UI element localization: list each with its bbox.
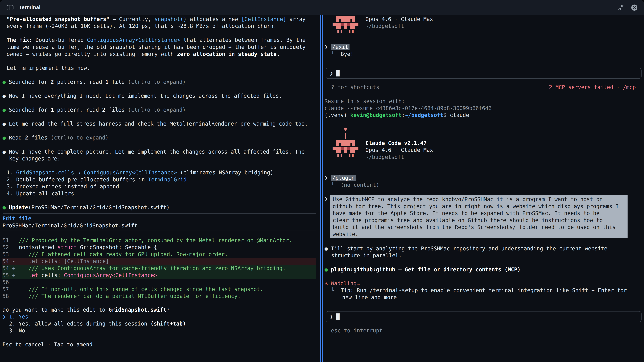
slash-command-line: ❯/plugin [324, 174, 644, 181]
prompt-caret-icon: ❯ [324, 44, 328, 50]
selection-caret-icon: ❯ [2, 314, 6, 320]
assistant-text-line: every frame (~240KB at 10K cells). At 12… [2, 22, 320, 29]
tip-line: └ Tip: Run /terminal-setup to enable con… [324, 287, 644, 294]
tool-summary-line[interactable]: ● Searched for 2 patterns, read 1 file (… [2, 78, 320, 85]
claude-code-banner: ✻ │ ▐▛███▜▌ ▝▜█▀█▀█▛▘ ▘▘ ▝▝ Claude Code … [324, 126, 644, 160]
split-panes: "Pre-allocated snapshot buffers" — Curre… [0, 15, 644, 362]
app-version-label: Claude Code v2.1.47 [366, 139, 433, 146]
slash-command-line: ❯/exit [324, 43, 644, 50]
edit-file-path: ProSSHMac/Terminal/Grid/GridSnapshot.swi… [2, 222, 320, 229]
slash-command-plugin: /plugin [331, 175, 356, 181]
user-message[interactable]: ❯ Use GithubMCP to analyze the repo khpb… [324, 195, 644, 238]
numbered-list-item: 3. Indexed writes instead of append [2, 183, 320, 190]
shortcuts-hint: ? for shortcuts [324, 84, 379, 91]
slash-command-exit: /exit [331, 44, 350, 50]
bullet-icon: ● [2, 204, 6, 211]
diff-line-context: 51/// Produced by the TerminalGrid actor… [2, 237, 316, 244]
prompt-input[interactable]: ❯█ [330, 70, 641, 77]
claude-session-header: ▐▛███▜▌ ▝▜█▀█▀█▛▘ ▘▘ ▝▝ Opus 4.6 · Claud… [324, 16, 644, 37]
resume-command: claude --resume c4386e3c-017e-4684-89d8-… [324, 105, 644, 112]
cwd-label: ~/budgetsoft [366, 154, 433, 161]
spinner-icon: ✻ Waddling… [324, 280, 360, 287]
model-label: Opus 4.6 · Claude Max [366, 146, 433, 154]
tool-call-line: ● plugin:github:github — Get file or dir… [324, 266, 644, 273]
elbow-icon: └ [331, 287, 334, 294]
claude-input-box[interactable]: ❯█ [326, 68, 642, 79]
claude-logo: ▐▛███▜▌ ▝▜█▀█▀█▛▘ ▘▘ ▝▝ [331, 16, 361, 37]
mcp-status[interactable]: 2 MCP servers failed · /mcp [549, 84, 636, 91]
assistant-bullet-line: ● Now I have the complete picture. Let m… [2, 148, 320, 155]
bullet-icon: ● [2, 149, 6, 155]
edit-box-divider [3, 231, 316, 231]
numbered-list-item: 1. GridSnapshot.cells → ContiguousArray<… [2, 169, 320, 176]
diff-line-added: 55 + let cells: ContiguousArray<CellInst… [2, 272, 316, 279]
command-output-line: └ (no content) [324, 181, 644, 188]
command-output-line: └ Bye! [324, 50, 644, 57]
shell-prompt-line: (.venv) kevin@budgetsoft:~/budgetsoft$ c… [324, 112, 644, 119]
screen: Terminal "Pre-allocated snapshot buffers… [0, 0, 644, 362]
text-cursor: █ [336, 314, 340, 320]
bullet-icon: ● [324, 266, 328, 273]
confirm-footer-hint: Esc to cancel · Tab to amend [2, 341, 320, 348]
terminal-pane-left[interactable]: "Pre-allocated snapshot buffers" — Curre… [0, 15, 321, 362]
assistant-bullet-line: ● Let me read the full stress harness an… [2, 120, 320, 127]
selected-text-block[interactable]: Use GithubMCP to analyze the repo khpbvo… [330, 195, 628, 238]
spinner-line: ✻ Waddling… [324, 280, 644, 287]
confirm-option-yes-all[interactable]: 2. Yes, allow all edits during this sess… [2, 320, 320, 327]
tool-summary-line[interactable]: ● Searched for 1 pattern, read 2 files (… [2, 106, 320, 113]
bullet-icon: ● [324, 246, 328, 252]
confirm-option-yes[interactable]: ❯1. Yes [2, 313, 320, 320]
prompt-caret-icon: ❯ [330, 314, 333, 320]
diff-line-context: 57 /// If non-nil, only this range of ce… [2, 286, 316, 293]
elbow-icon: └ [331, 51, 334, 57]
mcp-command-link: /mcp [623, 84, 636, 90]
model-label: Opus 4.6 · Claude Max [366, 16, 433, 23]
collapse-window-icon[interactable] [617, 3, 625, 11]
cwd-label: ~/budgetsoft [366, 22, 433, 29]
pane-divider[interactable] [321, 15, 322, 362]
assistant-bullet-line: ● Now I have everything I need. Let me i… [2, 92, 320, 99]
prompt-caret-icon: ❯ [324, 175, 328, 181]
confirm-option-no[interactable]: 3. No [2, 327, 320, 334]
tip-line: new line and more [324, 294, 644, 301]
assistant-text-line: structure in parallel. [324, 252, 644, 259]
numbered-list-item: 4. Update all callers [2, 190, 320, 197]
diff-line-context: 52nonisolated struct GridSnapshot: Senda… [2, 244, 316, 251]
edit-file-header: Edit file [2, 215, 320, 222]
shell-user: kevin@budgetsoft [350, 112, 402, 118]
claude-logo: ✻ │ ▐▛███▜▌ ▝▜█▀█▀█▛▘ ▘▘ ▝▝ [331, 126, 361, 160]
confirm-question: Do you want to make this edit to GridSna… [2, 306, 320, 313]
resume-hint-label: Resume this session with: [324, 98, 644, 105]
bullet-icon: ● [2, 93, 6, 99]
prompt-caret-icon: ❯ [324, 195, 328, 202]
claude-input-box[interactable]: ❯█ [326, 311, 642, 322]
bullet-icon: ● [2, 79, 6, 85]
diff-line-removed: 54 - let cells: [CellInstance] [2, 258, 316, 265]
assistant-text-line: Let me implement this now. [2, 64, 320, 71]
status-bar: ? for shortcuts 2 MCP servers failed · /… [324, 84, 644, 91]
titlebar: Terminal [0, 0, 644, 15]
close-window-icon[interactable] [630, 3, 638, 11]
elbow-icon: └ [331, 182, 334, 188]
bullet-icon: ● [2, 121, 6, 127]
terminal-window: Terminal "Pre-allocated snapshot buffers… [0, 0, 644, 362]
bullet-icon: ● [2, 107, 6, 113]
assistant-text-line: time we reuse a buffer, the old snapshot… [2, 43, 320, 50]
assistant-text-line: "Pre-allocated snapshot buffers" — Curre… [2, 16, 320, 23]
edit-box-divider [3, 302, 316, 302]
prompt-caret-icon: ❯ [330, 70, 333, 76]
assistant-text-line: The fix: Double-buffered ContiguousArray… [2, 36, 320, 43]
diff-line-context: 53 /// Flattened cell data ready for GPU… [2, 251, 316, 258]
diff-line-added: 54 + /// Uses ContiguousArray for cache-… [2, 265, 316, 272]
prompt-input[interactable]: ❯█ [330, 313, 641, 320]
edit-box-divider [3, 213, 316, 214]
diff-line-context: 56 [2, 279, 316, 286]
tool-call-line: ● Update(ProSSHMac/Terminal/Grid/GridSna… [2, 204, 320, 211]
sidebar-toggle-icon[interactable] [6, 3, 14, 11]
interrupt-hint: esc to interrupt [324, 327, 644, 334]
window-title: Terminal [19, 4, 40, 10]
terminal-pane-right[interactable]: ▐▛███▜▌ ▝▜█▀█▀█▛▘ ▘▘ ▝▝ Opus 4.6 · Claud… [322, 15, 644, 362]
numbered-list-item: 2. Double-buffered pre-allocated buffers… [2, 176, 320, 183]
assistant-bullet-line: ● I'll start by analyzing the ProSSHMac … [324, 245, 644, 252]
tool-summary-line[interactable]: ● Read 2 files (ctrl+o to expand) [2, 134, 320, 141]
